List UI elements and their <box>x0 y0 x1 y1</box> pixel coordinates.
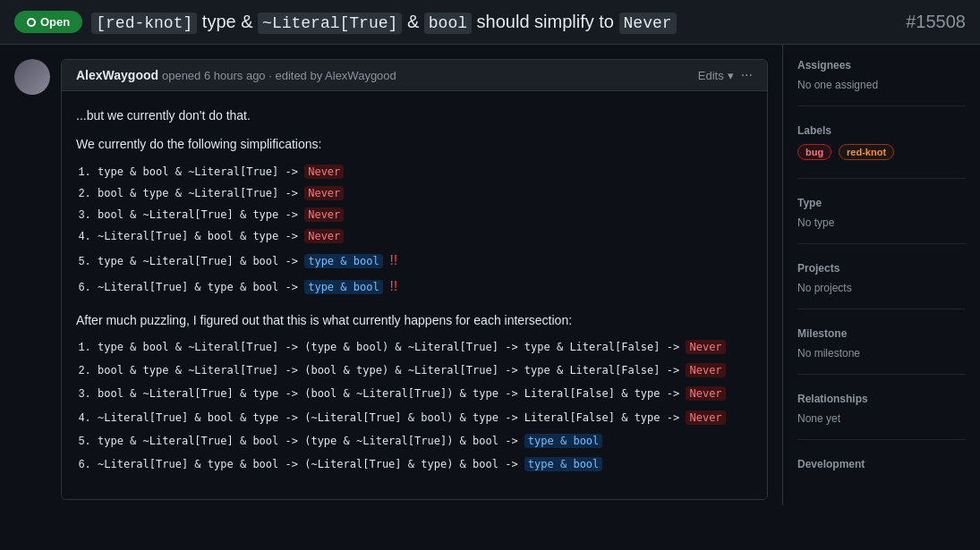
list-item: type & ~Literal[True] & bool -> type & b… <box>98 250 753 274</box>
list-item: bool & ~Literal[True] & type -> Never <box>98 207 753 224</box>
sidebar-type: Type No type <box>797 197 966 244</box>
list-item: ~Literal[True] & bool & type -> (~Litera… <box>98 410 753 427</box>
warning-icon: ‼ <box>389 253 398 269</box>
comment-meta: opened 6 hours ago · edited by AlexWaygo… <box>162 69 396 82</box>
main-layout: AlexWaygood opened 6 hours ago · edited … <box>0 45 980 505</box>
sidebar-milestone: Milestone No milestone <box>797 327 966 375</box>
title-bool: bool <box>424 13 472 34</box>
comment-box: AlexWaygood opened 6 hours ago · edited … <box>14 59 768 500</box>
milestone-title: Milestone <box>797 327 966 340</box>
assignees-title: Assignees <box>797 59 966 72</box>
simplifications-list: type & bool & ~Literal[True] -> Never bo… <box>76 164 753 300</box>
type-title: Type <box>797 197 966 209</box>
relationships-value: None yet <box>797 412 966 425</box>
list-item: bool & ~Literal[True] & type -> (bool & … <box>98 385 753 403</box>
content-area: AlexWaygood opened 6 hours ago · edited … <box>0 45 783 505</box>
list-item: type & ~Literal[True] & bool -> (type & … <box>98 433 753 451</box>
projects-value: No projects <box>797 282 966 294</box>
list-item: type & bool & ~Literal[True] -> Never <box>98 164 753 182</box>
issue-number: #15508 <box>906 12 966 32</box>
sidebar: Assignees No one assigned Labels bug red… <box>783 45 980 505</box>
list-item: ~Literal[True] & type & bool -> (~Litera… <box>98 456 753 474</box>
more-options-button[interactable]: ··· <box>741 67 753 83</box>
labels-container: bug red-knot <box>797 144 966 164</box>
type-value: No type <box>797 216 966 229</box>
sidebar-labels: Labels bug red-knot <box>797 124 966 179</box>
status-label: Open <box>40 15 70 29</box>
sidebar-assignees: Assignees No one assigned <box>797 59 966 106</box>
avatar <box>14 59 50 95</box>
comment-body: ...but we currently don't do that. We cu… <box>62 91 767 499</box>
sidebar-development: Development <box>797 458 966 492</box>
status-icon <box>27 18 36 27</box>
projects-title: Projects <box>797 262 966 275</box>
sidebar-projects: Projects No projects <box>797 262 966 309</box>
body-paragraph-1: ...but we currently don't do that. <box>76 106 753 125</box>
development-title: Development <box>797 458 966 470</box>
relationships-title: Relationships <box>797 393 966 405</box>
status-badge[interactable]: Open <box>14 11 82 33</box>
issue-title: [red-knot] type & ~Literal[True] & bool … <box>91 12 897 32</box>
title-never: Never <box>619 13 677 34</box>
list-item: bool & type & ~Literal[True] -> Never <box>98 185 753 203</box>
list-item: ~Literal[True] & bool & type -> Never <box>98 228 753 246</box>
list-item: type & bool & ~Literal[True] -> (type & … <box>98 339 753 357</box>
list-item: ~Literal[True] & type & bool -> type & b… <box>98 276 753 300</box>
assignees-value: No one assigned <box>797 79 966 91</box>
label-red-knot[interactable]: red-knot <box>839 144 894 160</box>
title-literal: ~Literal[True] <box>258 13 402 34</box>
milestone-value: No milestone <box>797 347 966 360</box>
intersections-list: type & bool & ~Literal[True] -> (type & … <box>76 339 753 474</box>
comment-author-meta: AlexWaygood opened 6 hours ago · edited … <box>76 68 396 82</box>
body-paragraph-3: After much puzzling, I figured out that … <box>76 310 753 330</box>
label-bug[interactable]: bug <box>797 144 831 160</box>
issue-header: Open [red-knot] type & ~Literal[True] & … <box>0 0 980 45</box>
list-item: bool & type & ~Literal[True] -> (bool & … <box>98 362 753 380</box>
warning-icon-2: ‼ <box>389 279 398 295</box>
avatar-image <box>14 59 50 95</box>
comment-content: AlexWaygood opened 6 hours ago · edited … <box>61 59 768 500</box>
comment-author: AlexWaygood <box>76 68 158 82</box>
labels-title: Labels <box>797 124 966 137</box>
title-redknot: [red-knot] <box>91 13 197 34</box>
comment-header: AlexWaygood opened 6 hours ago · edited … <box>62 60 767 91</box>
comment-actions: Edits ▾ ··· <box>698 67 753 83</box>
sidebar-relationships: Relationships None yet <box>797 393 966 440</box>
body-paragraph-2: We currently do the following simplifica… <box>76 134 753 154</box>
edits-button[interactable]: Edits ▾ <box>698 69 734 82</box>
